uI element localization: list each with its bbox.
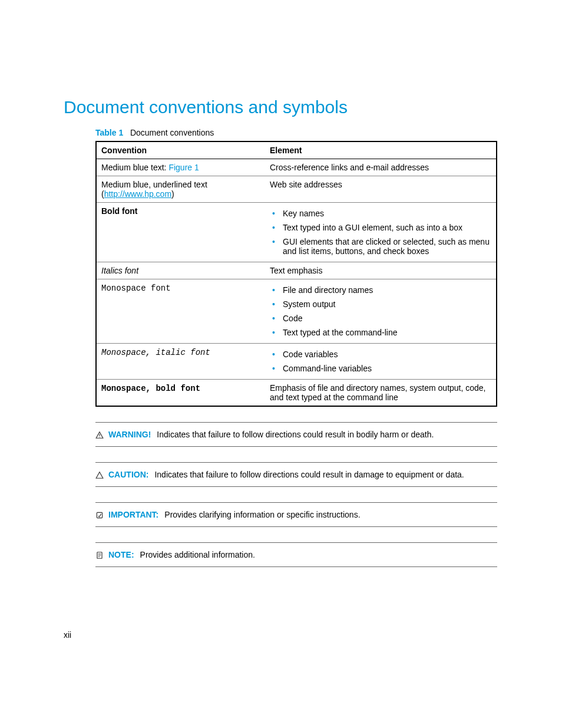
conventions-table: Convention Element Medium blue text: Fig…	[95, 141, 497, 407]
cell-convention: Medium blue text: Figure 1	[96, 159, 265, 176]
divider	[95, 462, 497, 463]
divider	[95, 542, 497, 543]
note-label: NOTE:	[108, 550, 134, 559]
svg-point-1	[99, 437, 100, 437]
mono-bold-font-sample: Monospace, bold font	[101, 384, 200, 393]
list-item: Command-line variables	[280, 361, 491, 375]
table-caption-text: Document conventions	[130, 128, 214, 137]
mono-italic-font-sample: Monospace, italic font	[101, 348, 210, 357]
table-row: Monospace, italic font Code variables Co…	[96, 344, 497, 380]
text-static: Medium blue, underlined text	[101, 180, 207, 189]
list-item: GUI elements that are clicked or selecte…	[280, 235, 491, 258]
warning-label: WARNING!	[108, 430, 151, 439]
note-notice: NOTE: Provides additional information.	[95, 542, 497, 567]
list-item: Text typed into a GUI element, such as i…	[280, 220, 491, 235]
table-row: Monospace, bold font Emphasis of file an…	[96, 380, 497, 407]
cell-convention: Monospace font	[96, 279, 265, 344]
cell-element: File and directory names System output C…	[265, 279, 497, 344]
cell-element: Web site addresses	[265, 176, 497, 203]
caution-icon	[95, 471, 105, 479]
note-icon	[95, 551, 105, 559]
page-number: xii	[64, 630, 71, 640]
cell-convention: Medium blue, underlined text (http://www…	[96, 176, 265, 203]
divider	[95, 526, 497, 527]
important-notice: IMPORTANT: Provides clarifying informati…	[95, 502, 497, 527]
cell-convention: Monospace, bold font	[96, 380, 265, 407]
cell-element: Emphasis of file and directory names, sy…	[265, 380, 497, 407]
cell-convention: Monospace, italic font	[96, 344, 265, 380]
table-row: Medium blue, underlined text (http://www…	[96, 176, 497, 203]
caution-label: CAUTION:	[108, 470, 148, 479]
list-item: Code	[280, 311, 491, 325]
important-text: Provides clarifying information or speci…	[164, 510, 360, 519]
cell-convention: Italics font	[96, 262, 265, 279]
url-link[interactable]: http://www.hp.com	[104, 189, 171, 199]
warning-icon	[95, 431, 105, 439]
col-header-convention: Convention	[96, 141, 265, 159]
caution-text: Indicates that failure to follow directi…	[154, 470, 464, 479]
cross-ref-link[interactable]: Figure 1	[168, 163, 199, 172]
list-item: Key names	[280, 206, 491, 220]
divider	[95, 566, 497, 567]
warning-text: Indicates that failure to follow directi…	[157, 430, 434, 439]
note-text: Provides additional information.	[140, 550, 255, 559]
divider	[95, 422, 497, 423]
page-title: Document conventions and symbols	[64, 97, 498, 117]
table-row: Monospace font File and directory names …	[96, 279, 497, 344]
svg-rect-2	[97, 512, 102, 518]
paren-close: )	[171, 189, 174, 199]
bold-font-sample: Bold font	[101, 206, 137, 216]
important-label: IMPORTANT:	[108, 510, 158, 519]
italic-font-sample: Italics font	[101, 266, 138, 275]
cell-element: Text emphasis	[265, 262, 497, 279]
list-item: Code variables	[280, 347, 491, 361]
cell-convention: Bold font	[96, 203, 265, 262]
table-caption: Table 1 Document conventions	[95, 128, 498, 137]
cell-element: Cross-reference links and e-mail address…	[265, 159, 497, 176]
warning-notice: WARNING! Indicates that failure to follo…	[95, 422, 497, 447]
table-row: Bold font Key names Text typed into a GU…	[96, 203, 497, 262]
list-item: File and directory names	[280, 283, 491, 297]
mono-font-sample: Monospace font	[101, 284, 171, 293]
caution-notice: CAUTION: Indicates that failure to follo…	[95, 462, 497, 487]
table-row: Italics font Text emphasis	[96, 262, 497, 279]
divider	[95, 446, 497, 447]
table-row: Medium blue text: Figure 1 Cross-referen…	[96, 159, 497, 176]
list-item: Text typed at the command-line	[280, 325, 491, 340]
col-header-element: Element	[265, 141, 497, 159]
important-icon	[95, 511, 105, 519]
list-item: System output	[280, 297, 491, 311]
table-label: Table 1	[95, 128, 123, 137]
cell-element: Key names Text typed into a GUI element,…	[265, 203, 497, 262]
cell-element: Code variables Command-line variables	[265, 344, 497, 380]
divider	[95, 486, 497, 487]
divider	[95, 502, 497, 503]
text-static: Medium blue text:	[101, 163, 168, 172]
